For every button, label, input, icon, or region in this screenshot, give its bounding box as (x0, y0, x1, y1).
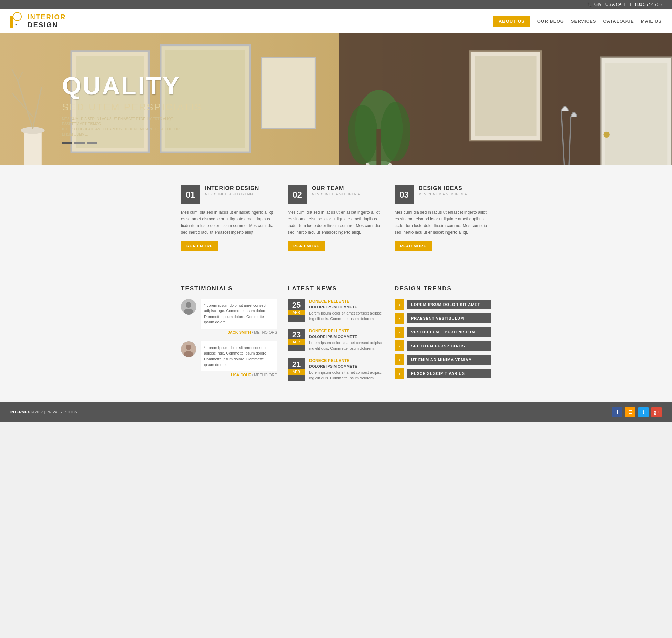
hero-dots[interactable] (62, 142, 202, 144)
testimonial-text-2: * Lorem ipsum dolor sit amet consect adi… (201, 341, 277, 371)
svg-rect-9 (24, 129, 42, 165)
hero-content: QUALITY SED UTEM PERSPICIATIS MES CUML D… (62, 73, 202, 144)
news-date-2: 23 APR (288, 329, 305, 351)
svg-point-22 (366, 161, 392, 165)
feature-title-block-1: INTERIOR DESIGN MES CUML DIA SED INENIA (205, 185, 259, 196)
nav-catalogue[interactable]: CATALOGUE (603, 19, 634, 24)
svg-point-24 (348, 105, 378, 165)
svg-line-15 (18, 72, 23, 81)
trend-item-1[interactable]: › LOREM IPSUM DOLOR SIT AMET (395, 299, 491, 310)
svg-point-31 (604, 132, 610, 138)
news-day-3: 21 (288, 358, 305, 369)
news-sub-1: DOLORE IPSIM COMMETE (309, 305, 384, 309)
svg-rect-28 (475, 56, 536, 136)
social-twitter-btn[interactable]: t (638, 407, 649, 417)
testimonial-content-2: * Lorem ipsum dolor sit amet consect adi… (201, 341, 277, 377)
trend-item-5[interactable]: › UT ENIM AD MINIMA VENIAM (395, 354, 491, 365)
testimonials-title: TESTIMONIALS (181, 285, 277, 292)
trend-item-4[interactable]: › SED UTEM PERSPICIATIS (395, 340, 491, 351)
feature-item-3: 03 DESIGN IDEAS MES CUML DIA SED INENIA … (395, 185, 491, 251)
trend-arrow-1: › (395, 299, 404, 310)
svg-line-33 (561, 111, 565, 165)
news-month-3: APR (288, 369, 305, 375)
logo-line1: INTERIOR (28, 13, 66, 21)
feature-text-2: Mes cumi dia sed in lacus ut eniascet in… (288, 209, 384, 236)
hero-dot-2[interactable] (74, 142, 85, 144)
trend-item-6[interactable]: › FUSCE SUSCIPIT VARIUS (395, 368, 491, 379)
bottom-section: TESTIMONIALS * Lorem ipsum dolor sit ame… (0, 271, 672, 402)
bottom-inner: TESTIMONIALS * Lorem ipsum dolor sit ame… (181, 285, 491, 388)
feature-title-block-3: DESIGN IDEAS MES CUML DIA SED INENIA (419, 185, 467, 196)
trend-label-1: LOREM IPSUM DOLOR SIT AMET (407, 300, 491, 309)
trend-item-2[interactable]: › PRAESENT VESTIBULUM (395, 313, 491, 324)
trend-label-4: SED UTEM PERSPICIATIS (407, 341, 491, 351)
news-date-1: 25 APR (288, 299, 305, 322)
trend-arrow-2: › (395, 313, 404, 324)
nav-about-us[interactable]: ABOUT US (493, 16, 530, 27)
avatar-2 (181, 341, 196, 357)
trend-arrow-5: › (395, 354, 404, 365)
feature-sub-2: MES CUML DIA SED INENIA (312, 192, 360, 196)
svg-point-10 (21, 127, 44, 134)
news-content-1: DONECE PELLENTE DOLORE IPSIM COMMETE Lor… (309, 299, 384, 322)
hero-dot-3[interactable] (87, 142, 97, 144)
nav-mail-us[interactable]: MAIL US (641, 19, 662, 24)
svg-line-34 (569, 117, 571, 165)
footer-year: © 2013 (31, 410, 43, 414)
main-nav: ABOUT US OUR BLOG SERVICES CATALOGUE MAI… (493, 16, 662, 27)
logo-line2: DESIGN (28, 21, 66, 29)
social-rss-btn[interactable]: ☰ (625, 407, 635, 417)
news-sub-3: DOLORE IPSIM COMMETE (309, 364, 384, 368)
news-link-1[interactable]: DONECE PELLENTE (309, 299, 384, 304)
read-more-btn-1[interactable]: READ MORE (181, 241, 218, 251)
svg-rect-0 (10, 16, 13, 28)
privacy-policy-link[interactable]: PRIVACY POLICY (47, 410, 78, 414)
feature-title-2: OUR TEAM (312, 185, 360, 191)
read-more-btn-2[interactable]: READ MORE (288, 241, 325, 251)
news-text-3: Lorem ipsum dolor sit amet consect adipi… (309, 370, 384, 381)
hero-dot-1[interactable] (62, 142, 72, 144)
feature-header-3: 03 DESIGN IDEAS MES CUML DIA SED INENIA (395, 185, 491, 204)
news-item-3: 21 APR DONECE PELLENTE DOLORE IPSIM COMM… (288, 358, 384, 381)
logo-icon: ♦ (10, 12, 24, 30)
news-month-2: APR (288, 339, 305, 345)
feature-header-2: 02 OUR TEAM MES CUML DIA SED INENIA (288, 185, 384, 204)
features-section: 01 INTERIOR DESIGN MES CUML DIA SED INEN… (0, 165, 672, 271)
trend-item-3[interactable]: › VESTIBULUM LIBERO NISLUM (395, 327, 491, 338)
avatar-1 (181, 299, 196, 315)
trend-label-3: VESTIBULUM LIBERO NISLUM (407, 327, 491, 337)
phone-number: +1 800 567 45 56 (629, 2, 662, 7)
footer: INTERMEX © 2013 | PRIVACY POLICY f ☰ t g… (0, 402, 672, 422)
news-link-3[interactable]: DONECE PELLENTE (309, 358, 384, 363)
feature-num-2: 02 (288, 185, 307, 204)
testimonial-org-2: METHO ORG (254, 373, 277, 377)
svg-line-11 (18, 81, 33, 129)
trend-label-6: FUSCE SUSCIPIT VARIUS (407, 369, 491, 378)
footer-brand: INTERMEX (10, 410, 30, 414)
nav-services[interactable]: SERVICES (571, 19, 597, 24)
avatar-icon-2 (181, 341, 196, 357)
news-month-1: APR (288, 310, 305, 315)
nav-our-blog[interactable]: OUR BLOG (537, 19, 564, 24)
design-trends-title: DESIGN TRENDS (395, 285, 491, 292)
svg-rect-27 (470, 51, 541, 141)
svg-point-41 (186, 345, 191, 350)
news-content-3: DONECE PELLENTE DOLORE IPSIM COMMETE Lor… (309, 358, 384, 381)
logo[interactable]: ♦ INTERIOR DESIGN (10, 12, 66, 30)
news-item-1: 25 APR DONECE PELLENTE DOLORE IPSIM COMM… (288, 299, 384, 322)
top-bar: 📞 GIVE US A CALL: +1 800 567 45 56 (0, 0, 672, 9)
social-googleplus-btn[interactable]: g+ (651, 407, 662, 417)
news-link-2[interactable]: DONECE PELLENTE (309, 329, 384, 333)
feature-sub-1: MES CUML DIA SED INENIA (205, 192, 259, 196)
testimonial-author-2: LISA COLE / METHO ORG (201, 373, 277, 377)
news-content-2: DONECE PELLENTE DOLORE IPSIM COMMETE Lor… (309, 329, 384, 351)
social-facebook-btn[interactable]: f (612, 407, 622, 417)
feature-title-1: INTERIOR DESIGN (205, 185, 259, 191)
hero-desc: MES CUML DIA SED IN LACUS UT ENIASCET ET… (62, 116, 183, 137)
read-more-btn-3[interactable]: READ MORE (395, 241, 432, 251)
svg-rect-29 (601, 57, 672, 165)
svg-point-1 (13, 12, 21, 21)
hero-section: QUALITY SED UTEM PERSPICIATIS MES CUML D… (0, 33, 672, 165)
testimonial-org-1: METHO ORG (254, 330, 277, 335)
news-text-2: Lorem ipsum dolor sit amet consect adipi… (309, 340, 384, 351)
